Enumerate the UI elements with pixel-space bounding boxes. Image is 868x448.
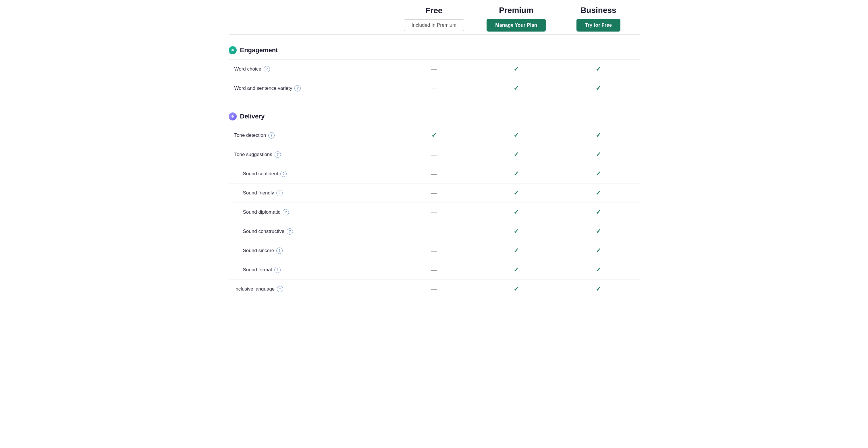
tone-suggestions-help-icon[interactable]: ? bbox=[275, 151, 281, 158]
delivery-label: Delivery bbox=[229, 112, 393, 120]
sound-constructive-label: Sound constructive ? bbox=[229, 228, 393, 235]
word-choice-free-cell: — bbox=[393, 66, 475, 73]
word-choice-label: Word choice ? bbox=[229, 66, 393, 72]
sound-formal-business-check: ✓ bbox=[596, 266, 601, 274]
sound-sincere-free-cell: — bbox=[393, 247, 475, 254]
delivery-header-row: Delivery bbox=[229, 104, 640, 126]
sound-confident-help-icon[interactable]: ? bbox=[280, 171, 287, 177]
sound-friendly-free-dash: — bbox=[431, 190, 437, 197]
tone-detection-premium-check: ✓ bbox=[514, 132, 519, 139]
sound-friendly-label: Sound friendly ? bbox=[229, 190, 393, 196]
sound-friendly-row: Sound friendly ? — ✓ ✓ bbox=[229, 183, 640, 203]
sound-constructive-free-dash: — bbox=[431, 228, 437, 235]
inclusive-language-label: Inclusive language ? bbox=[229, 286, 393, 292]
sound-formal-premium-cell: ✓ bbox=[475, 266, 557, 274]
free-title: Free bbox=[425, 6, 442, 15]
word-choice-free-dash: — bbox=[431, 66, 437, 73]
sound-diplomatic-business-cell: ✓ bbox=[557, 208, 639, 216]
try-for-free-button[interactable]: Try for Free bbox=[577, 19, 621, 32]
word-choice-business-check: ✓ bbox=[596, 65, 601, 73]
tone-detection-business-check: ✓ bbox=[596, 132, 601, 139]
inclusive-language-row: Inclusive language ? — ✓ ✓ bbox=[229, 280, 640, 299]
svg-point-0 bbox=[231, 49, 234, 51]
tone-suggestions-free-dash: — bbox=[431, 151, 437, 158]
tone-suggestions-premium-check: ✓ bbox=[514, 151, 519, 158]
sound-formal-business-cell: ✓ bbox=[557, 266, 639, 274]
sound-sincere-business-check: ✓ bbox=[596, 247, 601, 254]
inclusive-language-premium-check: ✓ bbox=[514, 285, 519, 293]
plan-header: Free Included In Premium Premium Manage … bbox=[229, 0, 640, 35]
sound-confident-business-check: ✓ bbox=[596, 170, 601, 177]
word-sentence-variety-free-cell: — bbox=[393, 85, 475, 92]
sound-diplomatic-help-icon[interactable]: ? bbox=[283, 209, 289, 215]
sound-confident-premium-cell: ✓ bbox=[475, 170, 557, 177]
sound-sincere-help-icon[interactable]: ? bbox=[276, 247, 283, 254]
sound-sincere-premium-cell: ✓ bbox=[475, 247, 557, 254]
sound-confident-premium-check: ✓ bbox=[514, 170, 519, 177]
sound-formal-help-icon[interactable]: ? bbox=[274, 267, 281, 273]
delivery-icon bbox=[229, 112, 237, 120]
sound-formal-free-cell: — bbox=[393, 267, 475, 273]
tone-detection-business-cell: ✓ bbox=[557, 132, 639, 139]
sound-diplomatic-business-check: ✓ bbox=[596, 208, 601, 216]
inclusive-language-business-cell: ✓ bbox=[557, 285, 639, 293]
manage-plan-button[interactable]: Manage Your Plan bbox=[487, 19, 546, 32]
word-sentence-variety-free-dash: — bbox=[431, 85, 437, 92]
word-sentence-variety-premium-check: ✓ bbox=[514, 84, 519, 92]
sound-sincere-free-dash: — bbox=[431, 247, 437, 254]
tone-detection-help-icon[interactable]: ? bbox=[268, 132, 275, 139]
inclusive-language-premium-cell: ✓ bbox=[475, 285, 557, 293]
sound-friendly-business-cell: ✓ bbox=[557, 189, 639, 197]
sound-formal-row: Sound formal ? — ✓ ✓ bbox=[229, 261, 640, 280]
inclusive-language-help-icon[interactable]: ? bbox=[277, 286, 283, 292]
sound-diplomatic-row: Sound diplomatic ? — ✓ ✓ bbox=[229, 203, 640, 222]
sound-sincere-business-cell: ✓ bbox=[557, 247, 639, 254]
plan-col-premium: Premium Manage Your Plan bbox=[475, 6, 557, 32]
inclusive-language-free-cell: — bbox=[393, 286, 475, 292]
sound-confident-label: Sound confident ? bbox=[229, 171, 393, 177]
sound-friendly-premium-check: ✓ bbox=[514, 189, 519, 197]
tone-detection-label: Tone detection ? bbox=[229, 132, 393, 139]
premium-title: Premium bbox=[499, 6, 533, 15]
word-choice-premium-cell: ✓ bbox=[475, 65, 557, 73]
sound-diplomatic-free-cell: — bbox=[393, 209, 475, 216]
sound-formal-free-dash: — bbox=[431, 267, 437, 273]
word-choice-row: Word choice ? — ✓ ✓ bbox=[229, 60, 640, 79]
included-in-premium-button[interactable]: Included In Premium bbox=[404, 19, 464, 31]
sound-friendly-premium-cell: ✓ bbox=[475, 189, 557, 197]
word-sentence-variety-help-icon[interactable]: ? bbox=[294, 85, 301, 92]
sound-confident-row: Sound confident ? — ✓ ✓ bbox=[229, 164, 640, 183]
svg-point-1 bbox=[231, 115, 234, 117]
tone-detection-free-check: ✓ bbox=[431, 132, 437, 139]
sound-constructive-free-cell: — bbox=[393, 228, 475, 235]
section-divider bbox=[229, 101, 640, 101]
inclusive-language-business-check: ✓ bbox=[596, 285, 601, 293]
sound-diplomatic-premium-cell: ✓ bbox=[475, 208, 557, 216]
word-sentence-variety-premium-cell: ✓ bbox=[475, 84, 557, 92]
sound-diplomatic-free-dash: — bbox=[431, 209, 437, 216]
plan-col-free: Free Included In Premium bbox=[393, 6, 475, 31]
sound-constructive-premium-check: ✓ bbox=[514, 228, 519, 235]
sound-constructive-row: Sound constructive ? — ✓ ✓ bbox=[229, 222, 640, 241]
sound-constructive-help-icon[interactable]: ? bbox=[287, 228, 293, 235]
sound-confident-free-dash: — bbox=[431, 171, 437, 177]
word-choice-help-icon[interactable]: ? bbox=[264, 66, 270, 72]
word-choice-premium-check: ✓ bbox=[514, 65, 519, 73]
sound-sincere-premium-check: ✓ bbox=[514, 247, 519, 254]
sound-friendly-help-icon[interactable]: ? bbox=[276, 190, 283, 196]
tone-suggestions-row: Tone suggestions ? — ✓ ✓ bbox=[229, 145, 640, 164]
tone-suggestions-business-cell: ✓ bbox=[557, 151, 639, 158]
plan-col-business: Business Try for Free bbox=[557, 6, 639, 32]
tone-detection-row: Tone detection ? ✓ ✓ ✓ bbox=[229, 126, 640, 145]
tone-detection-premium-cell: ✓ bbox=[475, 132, 557, 139]
inclusive-language-free-dash: — bbox=[431, 286, 437, 292]
sound-diplomatic-label: Sound diplomatic ? bbox=[229, 209, 393, 215]
tone-suggestions-premium-cell: ✓ bbox=[475, 151, 557, 158]
sound-friendly-free-cell: — bbox=[393, 190, 475, 197]
business-title: Business bbox=[581, 6, 616, 15]
tone-detection-free-cell: ✓ bbox=[393, 132, 475, 139]
sound-formal-label: Sound formal ? bbox=[229, 267, 393, 273]
engagement-header-row: Engagement bbox=[229, 38, 640, 60]
delivery-title: Delivery bbox=[240, 113, 265, 120]
sound-confident-business-cell: ✓ bbox=[557, 170, 639, 177]
